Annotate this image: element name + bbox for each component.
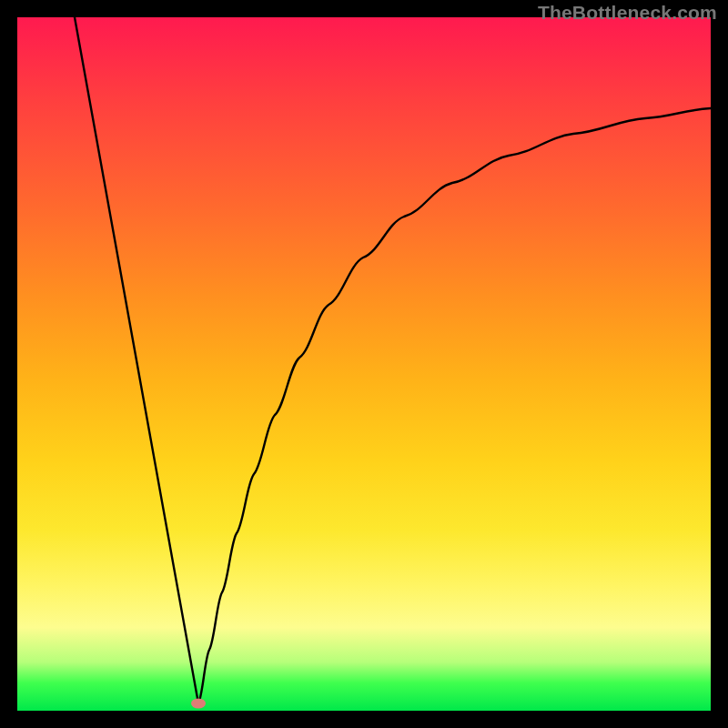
curve-svg (17, 17, 711, 711)
watermark-text: TheBottleneck.com (538, 2, 717, 24)
chart-plot-area (17, 17, 711, 711)
bottleneck-curve (75, 17, 711, 703)
optimum-marker (191, 699, 206, 709)
